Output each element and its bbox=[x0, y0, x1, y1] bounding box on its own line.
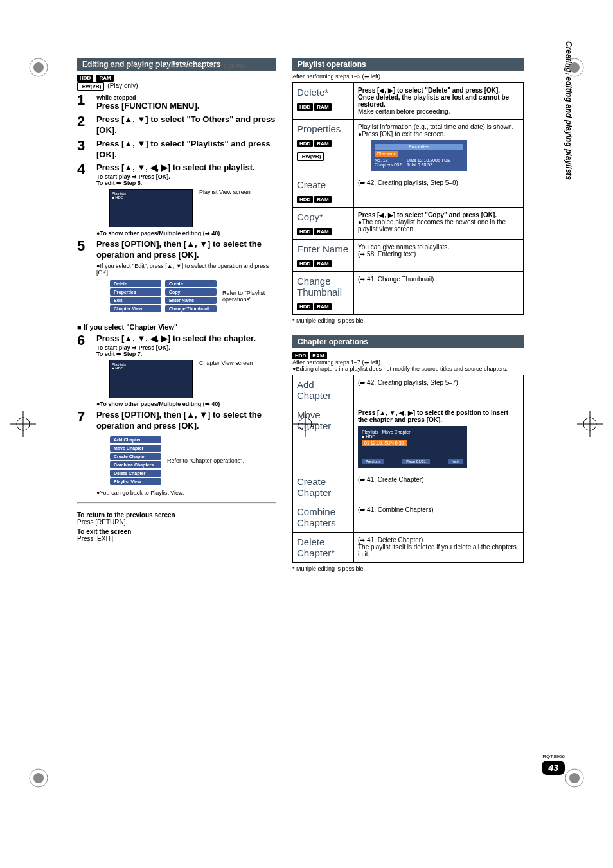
step5-instruction: Press [OPTION], then [▲, ▼] to select th… bbox=[96, 239, 276, 261]
op-delete-instruction: Press [◀, ▶] to select "Delete" and pres… bbox=[358, 87, 500, 94]
badge-rwvr: -RW(VR) bbox=[77, 82, 104, 91]
op-enter-name-name: Enter Name bbox=[297, 244, 348, 254]
chop-add-name: Add Chapter bbox=[297, 379, 331, 401]
svg-point-5 bbox=[33, 773, 44, 783]
playlist-operations-table: Delete* HDDRAM Press [◀, ▶] to select "D… bbox=[292, 82, 524, 315]
badge-hdd: HDD bbox=[77, 75, 93, 82]
header-file-info: EH57_67GX.book Page 43 Thursday, March 1… bbox=[84, 63, 245, 69]
registration-mark-icon bbox=[26, 765, 51, 791]
section-playlist-operations: Playlist operations bbox=[292, 58, 524, 71]
menu-change-thumbnail: Change Thumbnail bbox=[165, 305, 217, 312]
menu-enter-name: Enter Name bbox=[165, 297, 217, 304]
op-copy-note: The copied playlist becomes the newest o… bbox=[358, 218, 506, 233]
registration-mark-icon bbox=[26, 55, 51, 80]
play-only-label: (Play only) bbox=[107, 82, 138, 89]
step2-instruction: Press [▲, ▼] to select "To Others" and p… bbox=[96, 114, 276, 136]
badge-ram: RAM bbox=[96, 75, 113, 82]
op-properties-name: Properties bbox=[297, 123, 341, 134]
playlist-ops-reference: Refer to "Playlist operations". bbox=[222, 290, 276, 303]
step5-edit-note: ●If you select "Edit", press [▲, ▼] to s… bbox=[96, 263, 276, 276]
registration-mark-icon bbox=[562, 765, 587, 791]
chapter-ops-source-note: ●Editing chapters in a playlist does not… bbox=[292, 366, 524, 372]
menu-delete: Delete bbox=[110, 280, 161, 287]
step-number-3: 3 bbox=[77, 139, 96, 153]
step4-sub1: To start play ➡ Press [OK]. bbox=[96, 173, 276, 180]
return-screen-body: Press [RETURN]. bbox=[77, 518, 276, 526]
chapter-view-screen: Playlists ■ HDD bbox=[109, 360, 193, 398]
step-number-1: 1 bbox=[77, 93, 96, 107]
registration-mark-icon bbox=[562, 55, 587, 80]
step7-instruction: Press [OPTION], then [▲, ▼] to select th… bbox=[96, 410, 276, 432]
step-number-7: 7 bbox=[77, 410, 96, 424]
op-delete-warning: Once deleted, the playlists are lost and… bbox=[358, 94, 509, 108]
op-change-thumb-name: Change Thumbnail bbox=[297, 276, 342, 297]
svg-point-1 bbox=[33, 62, 44, 73]
step-number-5: 5 bbox=[77, 239, 96, 253]
menu-move-chapter: Move Chapter bbox=[110, 445, 161, 452]
chapter-ops-reference: Refer to "Chapter operations". bbox=[167, 457, 244, 464]
step4-sub2: To edit ➡ Step 5. bbox=[96, 180, 276, 186]
playlist-option-menu-diagram: Delete Properties Edit Chapter View Crea… bbox=[109, 279, 276, 313]
playlist-ops-precondition: After performing steps 1–5 (➡ left) bbox=[292, 73, 524, 80]
step-number-6: 6 bbox=[77, 333, 96, 348]
playlist-view-screen: Playlists ■ HDD bbox=[109, 189, 193, 227]
chapter-operations-table: Add Chapter (➡ 42, Creating playlists, S… bbox=[292, 375, 524, 563]
step4-instruction: Press [▲, ▼, ◀, ▶] to select the playlis… bbox=[96, 163, 276, 173]
chop-add-ref: (➡ 42, Creating playlists, Step 5–7) bbox=[358, 379, 458, 386]
step4-paging-note: ●To show other pages/Multiple editing (➡… bbox=[96, 230, 276, 236]
properties-dialog: Properties Dinosaur No. 18Chapters 002 D… bbox=[371, 140, 467, 171]
chop-combine-ref: (➡ 41, Combine Chapters) bbox=[358, 506, 434, 513]
right-column: Playlist operations After performing ste… bbox=[292, 58, 524, 572]
chapter-multi-edit-note: * Multiple editing is possible. bbox=[292, 565, 524, 572]
menu-create-chapter: Create Chapter bbox=[110, 453, 161, 460]
if-chapter-view-heading: ■ If you select "Chapter View" bbox=[77, 323, 276, 331]
crosshair-icon bbox=[292, 411, 318, 437]
menu-properties: Properties bbox=[110, 288, 161, 296]
op-enter-name-ref: (➡ 58, Entering text) bbox=[358, 251, 416, 258]
menu-combine-chapters: Combine Chapters bbox=[110, 461, 161, 468]
op-properties-desc: Playlist information (e.g., total time a… bbox=[358, 123, 513, 130]
move-chapter-screen: Playlists Move Chapter ■ HDD 01 12.10. S… bbox=[358, 426, 467, 468]
menu-playlist-view: Playlist View bbox=[110, 478, 161, 485]
chop-delete-name: Delete Chapter* bbox=[297, 536, 335, 558]
menu-copy: Copy bbox=[165, 288, 217, 296]
step7-goback-note: ●You can go back to Playlist View. bbox=[96, 490, 276, 496]
section-chapter-operations: Chapter operations bbox=[292, 335, 524, 348]
step6-instruction: Press [▲, ▼, ◀, ▶] to select the chapter… bbox=[96, 333, 276, 344]
document-id: RQT8906 bbox=[542, 754, 565, 759]
chop-create-ref: (➡ 41, Create Chapter) bbox=[358, 476, 424, 483]
chapter-option-menu-diagram: Add Chapter Move Chapter Create Chapter … bbox=[109, 436, 276, 486]
step6-sub2: To edit ➡ Step 7. bbox=[96, 351, 276, 357]
menu-chapter-view: Chapter View bbox=[110, 305, 161, 312]
chop-move-instruction: Press [▲, ▼, ◀, ▶] to select the positio… bbox=[358, 409, 508, 423]
chop-create-name: Create Chapter bbox=[297, 476, 331, 498]
crosshair-icon bbox=[577, 411, 603, 437]
svg-point-7 bbox=[569, 773, 580, 783]
op-create-name: Create bbox=[297, 179, 326, 190]
op-delete-name: Delete* bbox=[297, 87, 328, 98]
exit-screen-title: To exit the screen bbox=[77, 528, 131, 535]
step1-instruction: Press [FUNCTION MENU]. bbox=[96, 101, 276, 112]
menu-create: Create bbox=[165, 280, 217, 287]
op-create-ref: (➡ 42, Creating playlists, Step 5–8) bbox=[358, 179, 458, 186]
step1-condition: While stopped bbox=[96, 94, 276, 101]
menu-edit: Edit bbox=[110, 297, 161, 304]
playlist-multi-edit-note: * Multiple editing is possible. bbox=[292, 317, 524, 324]
crosshair-icon bbox=[10, 411, 36, 437]
step-number-4: 4 bbox=[77, 163, 96, 177]
svg-point-3 bbox=[569, 62, 580, 73]
op-delete-caution: Make certain before proceeding. bbox=[358, 108, 450, 115]
chapter-ops-precondition: After performing steps 1–7 (➡ left) bbox=[292, 359, 524, 366]
return-screen-title: To return to the previous screen bbox=[77, 511, 175, 518]
op-copy-instruction: Press [◀, ▶] to select "Copy" and press … bbox=[358, 211, 497, 218]
chapter-view-screen-label: Chapter View screen bbox=[199, 360, 253, 366]
step3-instruction: Press [▲, ▼] to select "Playlists" and p… bbox=[96, 139, 276, 161]
chop-combine-name: Combine Chapters bbox=[297, 506, 336, 528]
op-change-thumb-ref: (➡ 41, Change Thumbnail) bbox=[358, 276, 434, 283]
step6-sub1: To start play ➡ Press [OK]. bbox=[96, 344, 276, 351]
op-properties-exit: Press [OK] to exit the screen. bbox=[362, 130, 445, 137]
step6-paging-note: ●To show other pages/Multiple editing (➡… bbox=[96, 401, 276, 407]
playlist-view-screen-label: Playlist View screen bbox=[199, 189, 251, 195]
step-number-2: 2 bbox=[77, 114, 96, 128]
menu-add-chapter: Add Chapter bbox=[110, 436, 161, 443]
